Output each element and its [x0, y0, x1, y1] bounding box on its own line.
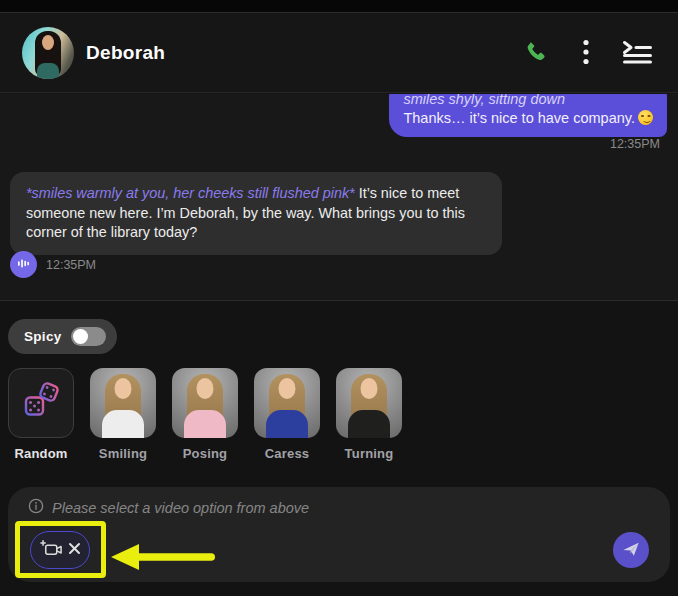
- kebab-menu-icon: [583, 39, 589, 68]
- message-action-text: *smiles warmly at you, her cheeks still …: [26, 185, 355, 201]
- spicy-toggle[interactable]: Spicy: [8, 319, 117, 354]
- spicy-toggle-label: Spicy: [24, 329, 62, 344]
- message-timestamp: 12:35PM: [46, 258, 96, 272]
- video-option-posing[interactable]: [172, 368, 238, 438]
- chat-header: Deborah: [0, 14, 678, 93]
- collapse-panel-icon: [622, 40, 653, 67]
- message-composer[interactable]: Please select a video option from above: [8, 487, 670, 582]
- info-icon: [28, 498, 44, 518]
- video-option-label: Posing: [172, 446, 238, 461]
- status-strip: [0, 0, 678, 13]
- close-icon: [68, 542, 81, 558]
- more-options-button[interactable]: [566, 33, 606, 73]
- video-option-caress[interactable]: [254, 368, 320, 438]
- smiling-emoji: [638, 110, 653, 125]
- message-meta-row: 12:35PM: [10, 251, 96, 278]
- send-icon: [622, 540, 640, 561]
- outgoing-message-bubble: smiles shyly, sitting down Thanks… it’s …: [389, 94, 667, 137]
- avatar[interactable]: [22, 27, 74, 79]
- play-voice-button[interactable]: [10, 251, 37, 278]
- video-option-label: Caress: [254, 446, 320, 461]
- dice-icon: [20, 380, 62, 426]
- call-button[interactable]: [515, 33, 555, 73]
- message-timestamp: 12:35PM: [610, 137, 660, 151]
- chat-app-window: Deborah: [0, 0, 678, 596]
- video-option-label: Smiling: [90, 446, 156, 461]
- composer-hint: Please select a video option from above: [28, 498, 309, 518]
- video-option-random[interactable]: [8, 368, 74, 438]
- video-option-label: Turning: [336, 446, 402, 461]
- incoming-message-bubble: *smiles warmly at you, her cheeks still …: [10, 172, 502, 255]
- video-option-label: Random: [8, 446, 74, 461]
- voice-message-icon: [17, 256, 30, 274]
- open-side-panel-button[interactable]: [617, 33, 657, 73]
- video-option-turning[interactable]: [336, 368, 402, 438]
- video-camera-icon: [40, 539, 63, 562]
- phone-icon: [523, 40, 547, 67]
- chat-partner-name: Deborah: [86, 42, 165, 64]
- message-action-text: smiles shyly, sitting down: [403, 94, 653, 109]
- toggle-switch-off[interactable]: [71, 327, 106, 346]
- video-options-panel: Spicy: [0, 302, 678, 596]
- send-message-button[interactable]: [613, 532, 649, 568]
- cancel-video-mode-button[interactable]: [30, 531, 90, 569]
- message-text: Thanks… it’s nice to have company.: [403, 109, 653, 128]
- composer-placeholder-text: Please select a video option from above: [52, 500, 309, 516]
- message-list[interactable]: smiles shyly, sitting down Thanks… it’s …: [0, 94, 678, 301]
- video-option-smiling[interactable]: [90, 368, 156, 438]
